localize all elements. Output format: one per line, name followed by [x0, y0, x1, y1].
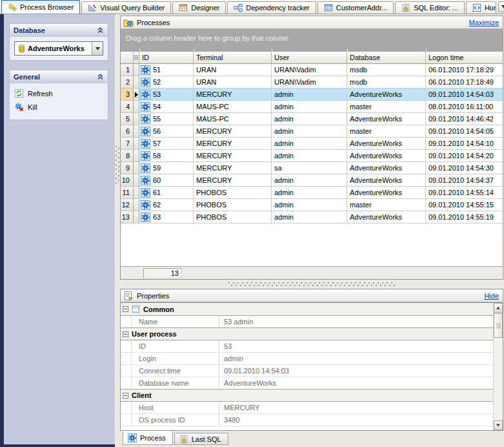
cell-database: AdventureWorks — [347, 150, 426, 162]
database-combobox[interactable]: AdventureWorks — [14, 41, 103, 56]
hide-link[interactable]: Hide — [484, 292, 499, 300]
property-value: 53 — [219, 342, 232, 350]
property-group-label: User process — [132, 330, 177, 338]
processes-panel-header: Processes Maximize — [120, 16, 503, 29]
tab-visual-query-builder[interactable]: Visual Query Builder — [81, 1, 171, 14]
cell-database: master — [347, 125, 426, 138]
scroll-up-button[interactable] — [494, 303, 503, 313]
property-login[interactable]: Loginadmin — [121, 353, 493, 365]
gear-icon — [141, 176, 150, 185]
process-row-53[interactable]: 353MERCURYadminAdventureWorks09.01.2010 … — [121, 88, 503, 101]
property-id[interactable]: ID53 — [121, 340, 493, 353]
cell-user-value: admin — [274, 189, 294, 196]
process-row-55[interactable]: 555MAUS-PCadminAdventureWorks09.01.2010 … — [121, 113, 503, 125]
cell-id: 63 — [139, 211, 194, 224]
cell-database: master — [347, 101, 426, 113]
process-row-58[interactable]: 858MERCURYadminAdventureWorks09.01.2010 … — [121, 150, 503, 162]
row-number: 12 — [121, 199, 134, 211]
column-header-terminal[interactable]: Terminal — [194, 52, 272, 64]
row-number-column-header — [121, 52, 134, 64]
process-row-52[interactable]: 252URANURAN\Vadimmsdb06.01.2010 17:18:49 — [121, 76, 503, 88]
splitter-grip — [115, 146, 120, 183]
group-expander[interactable]: − — [123, 393, 128, 399]
bottom-tab-last-sql[interactable]: Last SQL — [174, 433, 228, 445]
tab-label: Visual Query Builder — [100, 4, 165, 12]
process-row-59[interactable]: 959MERCURYsaAdventureWorks09.01.2010 14:… — [121, 162, 503, 174]
gear-icon — [141, 163, 150, 173]
arrow-up-icon — [496, 306, 501, 310]
sidebar-splitter[interactable] — [115, 14, 120, 447]
cell-user: URAN\Vadim — [272, 64, 347, 76]
cell-id: 61 — [139, 187, 194, 199]
sidebar-item-label: Refresh — [28, 90, 53, 98]
property-connect-time[interactable]: Connect time09.01.2010 14:54:03 — [121, 365, 493, 377]
properties-grid: −CommonName53 admin−User processID53Logi… — [120, 302, 503, 431]
property-host[interactable]: HostMERCURY — [121, 402, 493, 414]
collapse-chevron-icon[interactable] — [97, 74, 104, 80]
row-number-label: 3 — [126, 90, 130, 98]
section-header-general[interactable]: General — [10, 70, 108, 83]
cell-user: sa — [272, 162, 347, 174]
row-indicator — [134, 162, 139, 174]
horizontal-splitter[interactable] — [120, 280, 503, 289]
column-chooser-button[interactable] — [134, 52, 139, 64]
group-expander[interactable]: − — [123, 331, 128, 337]
process-row-63[interactable]: 1363PHOBOSadminAdventureWorks09.01.2010 … — [121, 211, 503, 224]
column-header-user[interactable]: User — [272, 52, 347, 64]
row-number: 11 — [121, 187, 134, 199]
tab-designer[interactable]: Designer — [172, 1, 226, 14]
scrollbar-thumb[interactable] — [494, 313, 503, 338]
sidebar-item-refresh[interactable]: Refresh — [10, 87, 108, 100]
maximize-link[interactable]: Maximize — [469, 19, 499, 26]
collapse-chevron-icon[interactable] — [97, 27, 104, 34]
cell-id: 52 — [139, 76, 194, 88]
dropdown-arrow-icon — [96, 47, 100, 50]
tab-hun[interactable]: Hun — [466, 1, 496, 14]
tab-label: SQL Editor: ... — [414, 4, 458, 12]
property-name: Connect time — [121, 365, 219, 377]
section-header-database[interactable]: Database — [10, 24, 108, 37]
property-name-label: ID — [139, 342, 146, 350]
gear-icon — [141, 151, 150, 161]
cell-logon-value: 09.01.2010 14:54:37 — [428, 176, 494, 184]
process-row-62[interactable]: 1262PHOBOSadminmaster09.01.2010 14:55:15 — [121, 199, 503, 211]
combo-dropdown-button[interactable] — [92, 42, 103, 55]
property-name-label: Name — [139, 318, 157, 326]
process-row-54[interactable]: 454MAUS-PCadminmaster08.01.2010 16:11:00 — [121, 101, 503, 113]
column-header-database[interactable]: Database — [347, 52, 426, 64]
cell-user: URAN\Vadim — [272, 76, 347, 88]
row-number: 1 — [121, 64, 134, 76]
tab-label: Dependency tracker — [246, 4, 309, 12]
cell-terminal-value: MERCURY — [196, 164, 232, 172]
cell-database: AdventureWorks — [347, 174, 426, 187]
process-row-61[interactable]: 1161PHOBOSadminAdventureWorks09.01.2010 … — [121, 187, 503, 199]
process-row-60[interactable]: 1060MERCURYadminAdventureWorks09.01.2010… — [121, 174, 503, 187]
row-number-label: 12 — [122, 201, 130, 209]
group-expander[interactable]: − — [123, 306, 128, 312]
tab-sql-editor[interactable]: SQL Editor: ... — [395, 1, 465, 14]
sidebar-item-kill[interactable]: Kill — [10, 100, 108, 114]
process-row-56[interactable]: 656MERCURYadminmaster09.01.2010 14:54:05 — [121, 125, 503, 138]
tab-label: CustomerAddr... — [336, 4, 387, 12]
property-name[interactable]: Name53 admin — [121, 316, 493, 328]
property-value: 53 admin — [219, 318, 253, 326]
process-row-57[interactable]: 757MERCURYadminAdventureWorks09.01.2010 … — [121, 138, 503, 150]
tab-process-browser[interactable]: Process Browser — [1, 0, 80, 14]
cell-id-value: 59 — [153, 164, 161, 172]
column-header-logon-time[interactable]: Logon time — [426, 52, 503, 64]
tab-customeraddr[interactable]: CustomerAddr... — [318, 1, 394, 14]
property-group-client[interactable]: −Client — [121, 389, 493, 402]
group-by-bar[interactable]: Drag a column header here to group by th… — [120, 29, 503, 52]
bottom-tab-process[interactable]: Process — [123, 431, 173, 445]
property-group-user-process[interactable]: −User process — [121, 327, 493, 340]
scroll-down-button[interactable] — [494, 421, 503, 430]
properties-scrollbar[interactable] — [493, 303, 503, 430]
property-os-process-id[interactable]: OS process ID3480 — [121, 414, 493, 426]
column-header-id[interactable]: ID — [139, 52, 194, 64]
process-row-51[interactable]: 151URANURAN\Vadimmsdb06.01.2010 17:18:29 — [121, 64, 503, 76]
property-group-common[interactable]: −Common — [121, 303, 493, 316]
property-database-name[interactable]: Database nameAdventureWorks — [121, 377, 493, 390]
tab-dependency-tracker[interactable]: Dependency tracker — [227, 1, 316, 14]
tab-list-dropdown-button[interactable] — [498, 1, 504, 12]
cell-database-value: msdb — [350, 66, 367, 74]
